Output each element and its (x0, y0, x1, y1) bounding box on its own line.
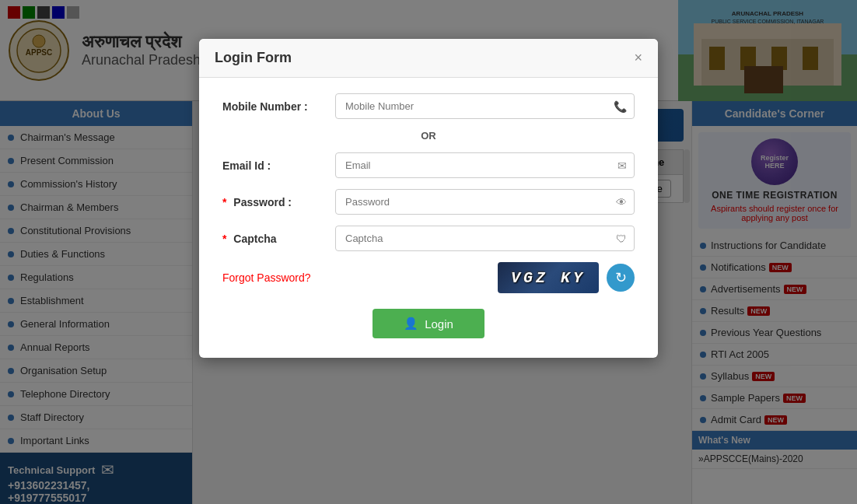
password-input[interactable] (335, 189, 635, 215)
password-form-row: * Password : 👁 (222, 189, 635, 215)
mobile-input[interactable] (335, 93, 635, 119)
password-label: * Password : (222, 196, 335, 208)
or-divider: OR (222, 130, 635, 142)
forgot-password-link[interactable]: Forgot Password? (222, 271, 311, 284)
captcha-label: * Captcha (222, 233, 335, 245)
mobile-label: Mobile Number : (222, 100, 335, 113)
modal-header: Login Form × (199, 39, 658, 78)
email-input-wrapper: ✉ (335, 152, 635, 178)
captcha-input[interactable] (335, 226, 635, 251)
login-icon: 👤 (404, 317, 418, 331)
login-button-container: 👤 Login (222, 309, 635, 338)
email-icon: ✉ (617, 159, 627, 172)
email-label: Email Id : (222, 159, 335, 172)
modal-body: Mobile Number : 📞 OR Email Id : ✉ * (199, 78, 658, 358)
captcha-refresh-button[interactable]: ↻ (607, 264, 635, 292)
modal-overlay[interactable]: Login Form × Mobile Number : 📞 OR Email … (0, 0, 857, 504)
phone-icon: 📞 (614, 100, 627, 113)
captcha-image: VGZ KY (498, 262, 599, 293)
captcha-required-star: * (222, 233, 226, 245)
forgot-captcha-row: Forgot Password? VGZ KY ↻ (222, 262, 635, 293)
login-modal: Login Form × Mobile Number : 📞 OR Email … (199, 39, 658, 358)
captcha-image-row: VGZ KY ↻ (498, 262, 635, 293)
captcha-form-row: * Captcha 🛡 (222, 226, 635, 251)
login-button[interactable]: 👤 Login (373, 309, 484, 338)
password-required-star: * (222, 196, 226, 208)
captcha-input-wrapper: 🛡 (335, 226, 635, 251)
email-input[interactable] (335, 152, 635, 178)
mobile-form-row: Mobile Number : 📞 (222, 93, 635, 119)
login-label: Login (425, 317, 453, 331)
eye-icon[interactable]: 👁 (616, 196, 627, 208)
password-input-wrapper: 👁 (335, 189, 635, 215)
shield-icon: 🛡 (616, 233, 627, 245)
email-form-row: Email Id : ✉ (222, 152, 635, 178)
modal-title: Login Form (215, 50, 292, 66)
mobile-input-wrapper: 📞 (335, 93, 635, 119)
modal-close-button[interactable]: × (634, 50, 642, 66)
